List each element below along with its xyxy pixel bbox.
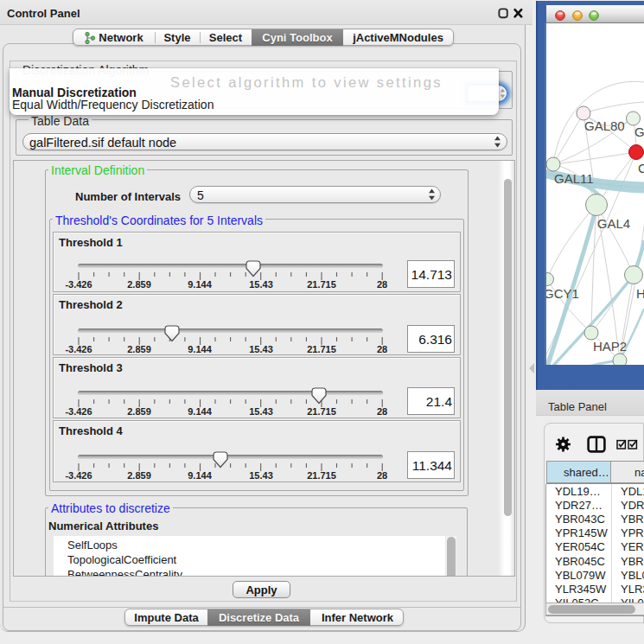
svg-text:H: H [636, 286, 644, 301]
svg-text:GA: GA [634, 124, 644, 139]
svg-text:CA: CA [638, 161, 644, 175]
svg-text:GAL80: GAL80 [584, 118, 625, 133]
svg-text:GAL4: GAL4 [597, 216, 630, 231]
svg-text:GCY1: GCY1 [546, 286, 579, 301]
svg-text:HAP2: HAP2 [593, 339, 627, 354]
svg-text:GAL11: GAL11 [554, 171, 594, 186]
